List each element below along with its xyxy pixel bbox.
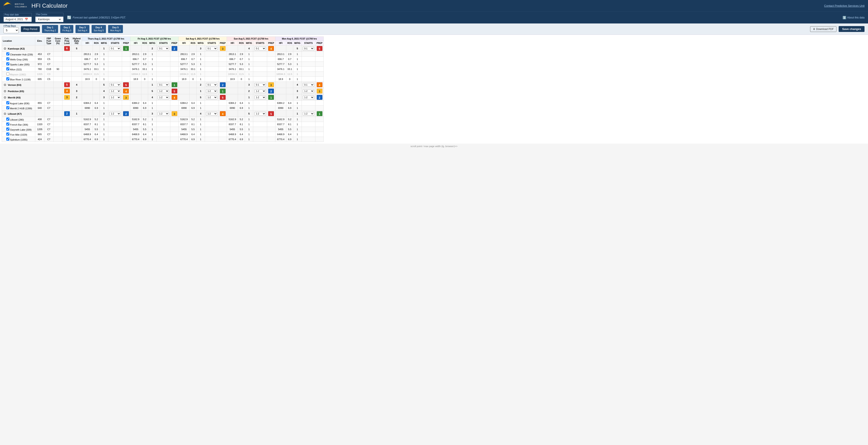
starts-select[interactable]: 1-20-11-22-3 xyxy=(254,89,266,93)
starts-select[interactable]: 1-20-11-22-3 xyxy=(158,112,169,115)
station-checkbox[interactable] xyxy=(6,138,9,141)
starts-select[interactable]: 0-10-11-22-3 xyxy=(110,47,121,50)
prep-box: 3 xyxy=(123,95,129,100)
group-row: ⊙ Penticton (K5)4341-20-11-22-3451-20-11… xyxy=(2,88,324,94)
station-checkbox[interactable] xyxy=(6,72,9,75)
starts-select[interactable]: 0-10-11-22-3 xyxy=(254,47,266,50)
prep-days-select[interactable]: 12345 xyxy=(3,27,19,33)
starts-select[interactable]: 0-10-11-22-3 xyxy=(158,47,169,50)
group-expand-button[interactable]: ⊙ xyxy=(3,96,7,99)
prep-box: 2 xyxy=(220,82,226,87)
table-row: Splintlum (1055)424C76770.46.916770.46.9… xyxy=(2,137,324,142)
station-checkbox[interactable] xyxy=(6,53,9,56)
starts-select[interactable]: 0-10-11-22-3 xyxy=(303,47,314,50)
starts-select[interactable]: 1-20-11-22-3 xyxy=(158,96,169,99)
download-pdf-button[interactable]: ⬇ Download PDF xyxy=(810,26,837,32)
d4-prep-header: PREP xyxy=(267,41,275,45)
table-row: Clearwater Hub (239)453C72813.12.912813.… xyxy=(2,52,324,57)
station-checkbox[interactable] xyxy=(6,101,9,104)
prep-start-input[interactable]: August 4, 2021 📅 xyxy=(3,17,32,22)
group-expand-button[interactable]: ⊙ xyxy=(3,83,7,87)
starts-select[interactable]: 0-10-11-22-3 xyxy=(206,83,217,87)
station-checkbox[interactable] xyxy=(6,133,9,136)
starts-select[interactable]: 0-10-11-22-3 xyxy=(110,83,121,87)
table-row: Mayson (1082)1315C316594.311.5116594.311… xyxy=(2,72,324,77)
day1-header: Thurs Aug 2, 2021 FCST @1700 hrs xyxy=(82,37,130,41)
d4-mfig-header: M/FIG xyxy=(245,41,253,45)
station-checkbox[interactable] xyxy=(6,128,9,131)
starts-select[interactable]: 1-20-11-22-3 xyxy=(110,96,121,99)
station-checkbox[interactable] xyxy=(6,123,9,126)
table-row: Blue River 2 (1108)695C518.90118.90118.9… xyxy=(2,77,324,82)
group-row: ⊙ Lillooet (K7)2121-20-11-22-3231-20-11-… xyxy=(2,111,324,117)
d2-hfi-header: HFI xyxy=(130,41,141,45)
prep-start-field: Prep start date August 4, 2021 📅 xyxy=(3,13,32,22)
table-row: Gwyneth Lake (309)1205C754555.5154555.51… xyxy=(2,127,324,132)
station-checkbox[interactable] xyxy=(6,67,9,70)
prep-box: 3 xyxy=(317,89,322,94)
contact-link[interactable]: Contact Predictive Services Unit xyxy=(824,4,865,7)
d5-starts-header: STARTS xyxy=(302,41,315,45)
group-expand-button[interactable]: ⊙ xyxy=(3,47,7,50)
starts-select[interactable]: 0-10-11-22-3 xyxy=(158,83,169,87)
calendar-icon[interactable]: 📅 xyxy=(25,18,28,21)
fire-centre-input[interactable]: Kamloops Coastal Northeast Northwest Pri… xyxy=(35,16,64,22)
starts-select[interactable]: 1-20-11-22-3 xyxy=(110,89,121,93)
col-header-elev: Elev. xyxy=(35,37,44,45)
starts-select[interactable]: 1-20-11-22-3 xyxy=(254,112,266,115)
station-checkbox[interactable] xyxy=(6,106,9,109)
download-label: Download PDF xyxy=(816,28,834,31)
starts-select[interactable]: 1-20-11-22-3 xyxy=(254,96,266,99)
table-row: Wells Gray (266)959C5696.70.71696.70.716… xyxy=(2,57,324,62)
fire-centre-label: Fire Centre xyxy=(35,13,64,16)
prep-box: 2 xyxy=(268,89,274,94)
starts-select[interactable]: 1-20-11-22-3 xyxy=(206,96,217,99)
d1-ros-header: ROS xyxy=(93,41,100,45)
day5-button[interactable]: Day 5 Mon Aug 6 xyxy=(108,25,123,33)
station-checkbox[interactable] xyxy=(6,62,9,65)
prep-box: 5 xyxy=(220,95,226,100)
logo-text: BRITISH COLUMBIA xyxy=(15,3,27,8)
table-row: August Lake (836)855C76384.26.416384.26.… xyxy=(2,101,324,106)
d2-prep-header: PREP xyxy=(170,41,179,45)
starts-select[interactable]: 1-20-11-22-3 xyxy=(303,96,314,99)
d3-prep-header: PREP xyxy=(219,41,227,45)
fire-centre-select[interactable]: Kamloops Coastal Northeast Northwest Pri… xyxy=(37,18,62,21)
day4-button[interactable]: Day 4 Sun Aug 5 xyxy=(92,25,106,33)
about-button[interactable]: ℹ️ About this data xyxy=(842,16,865,19)
day1-button[interactable]: Day 1 Thurs Aug 2 xyxy=(42,25,58,33)
prep-box: 4 xyxy=(317,82,322,87)
starts-select[interactable]: 1-20-11-22-3 xyxy=(303,89,314,93)
d1-mfig-header: M/FIG xyxy=(100,41,108,45)
calc-prep-cell: 3 xyxy=(62,94,71,101)
starts-select[interactable]: 0-10-11-22-3 xyxy=(303,83,314,87)
starts-select[interactable]: 1-20-11-22-3 xyxy=(206,89,217,93)
prep-box: 1 xyxy=(123,46,129,51)
day3-button[interactable]: Day 3 Sat Aug 4 xyxy=(75,25,89,33)
station-checkbox[interactable] xyxy=(6,77,9,80)
prep-box: 1 xyxy=(220,89,226,94)
save-changes-button[interactable]: Save changes xyxy=(839,26,865,32)
starts-select[interactable]: 1-20-11-22-3 xyxy=(158,89,169,93)
scroll-hint: scroll point / max page width (lg. brows… xyxy=(0,144,868,149)
prep-box: 3 xyxy=(268,82,274,87)
group-expand-button[interactable]: ⊙ xyxy=(3,89,7,93)
starts-select[interactable]: 1-20-11-22-3 xyxy=(110,112,121,115)
col-header-fbp: FBPFuelType xyxy=(44,37,53,45)
starts-select[interactable]: 1-20-11-22-3 xyxy=(303,112,314,115)
forecast-text: Forecast last updated 1/08/2021 3:42pm P… xyxy=(73,16,839,19)
starts-select[interactable]: 0-10-11-22-3 xyxy=(254,83,266,87)
starts-select[interactable]: 0-10-11-22-3 xyxy=(206,47,217,50)
d3-hfi-header: HFI xyxy=(179,41,190,45)
station-checkbox[interactable] xyxy=(6,117,9,121)
d4-starts-header: STARTS xyxy=(253,41,267,45)
about-label: About this data xyxy=(847,16,865,19)
d2-starts-header: STARTS xyxy=(156,41,170,45)
station-checkbox[interactable] xyxy=(6,57,9,60)
group-expand-button[interactable]: ⊙ xyxy=(3,112,7,115)
day2-button[interactable]: Day 2 Fri Aug 3 xyxy=(60,25,73,33)
table-row: Sparks Lake (305)972C75277.75.315277.75.… xyxy=(2,62,324,67)
starts-select[interactable]: 1-20-11-22-3 xyxy=(206,112,217,115)
prep-period-button[interactable]: Prep Period xyxy=(21,26,40,32)
bc-logo xyxy=(3,1,12,10)
